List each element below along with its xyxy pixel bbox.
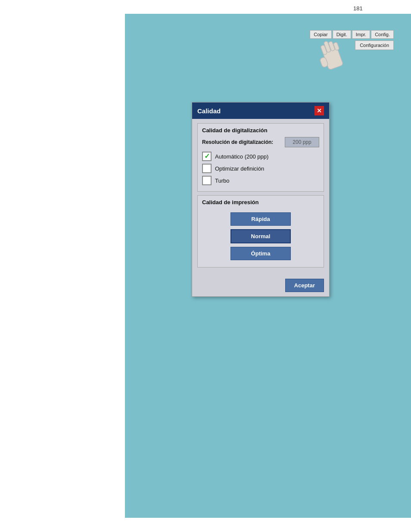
checkbox-auto[interactable]: ✓ xyxy=(202,152,212,161)
dialog-footer: Aceptar xyxy=(192,275,329,296)
copiar-button[interactable]: Copiar xyxy=(310,30,331,39)
checkbox-turbo-label: Turbo xyxy=(215,177,229,184)
calidad-dialog: Calidad ✕ Calidad de digitalización Reso… xyxy=(192,102,330,297)
print-quality-title: Calidad de impresión xyxy=(202,199,319,205)
main-area: Copiar Digit. Impr. Config. Configuració… xyxy=(125,14,411,518)
dialog-content: Calidad de digitalización Resolución de … xyxy=(192,119,329,275)
scan-quality-section: Calidad de digitalización Resolución de … xyxy=(197,123,324,192)
print-quality-section: Calidad de impresión Rápida Normal Óptim… xyxy=(197,195,324,268)
left-panel xyxy=(0,0,125,532)
optima-button[interactable]: Óptima xyxy=(230,247,291,260)
checkbox-row-optimize: Optimizar definición xyxy=(202,164,319,173)
scan-quality-title: Calidad de digitalización xyxy=(202,127,319,134)
checkbox-optimize[interactable] xyxy=(202,164,212,173)
dialog-close-button[interactable]: ✕ xyxy=(314,106,324,115)
resolution-label: Resolución de digitalización: xyxy=(202,139,280,145)
page-number: 181 xyxy=(353,5,363,12)
accept-button[interactable]: Aceptar xyxy=(285,279,324,292)
close-icon: ✕ xyxy=(317,107,322,114)
resolution-value: 200 ppp xyxy=(285,137,319,147)
config-button[interactable]: Config. xyxy=(371,30,394,39)
checkbox-optimize-label: Optimizar definición xyxy=(215,165,264,172)
checkbox-row-auto: ✓ Automático (200 ppp) xyxy=(202,152,319,161)
print-quality-buttons: Rápida Normal Óptima xyxy=(202,209,319,264)
normal-button[interactable]: Normal xyxy=(230,229,291,243)
rapida-button[interactable]: Rápida xyxy=(230,212,291,226)
checkbox-auto-label: Automático (200 ppp) xyxy=(215,153,268,160)
toolbar: Copiar Digit. Impr. Config. xyxy=(310,30,394,39)
checkbox-row-turbo: Turbo xyxy=(202,176,319,185)
configuracion-dropdown[interactable]: Configuración xyxy=(355,40,394,50)
checkmark-icon: ✓ xyxy=(204,153,210,160)
checkbox-turbo[interactable] xyxy=(202,176,212,185)
impr-button[interactable]: Impr. xyxy=(352,30,370,39)
dialog-title: Calidad xyxy=(197,107,221,115)
hand-cursor-icon xyxy=(310,31,353,83)
digit-button[interactable]: Digit. xyxy=(333,30,351,39)
dialog-title-bar: Calidad ✕ xyxy=(192,103,329,119)
resolution-row: Resolución de digitalización: 200 ppp xyxy=(202,137,319,147)
